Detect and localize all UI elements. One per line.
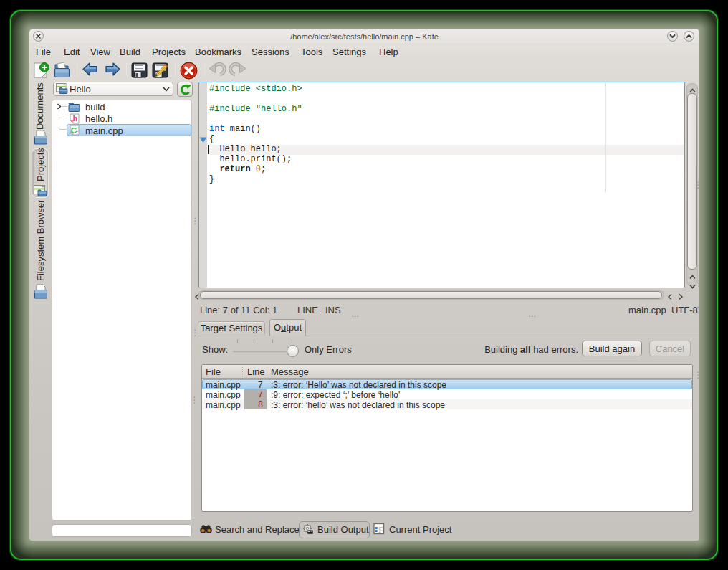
- svg-text:C: C: [71, 126, 77, 135]
- svg-text:.h: .h: [71, 115, 77, 123]
